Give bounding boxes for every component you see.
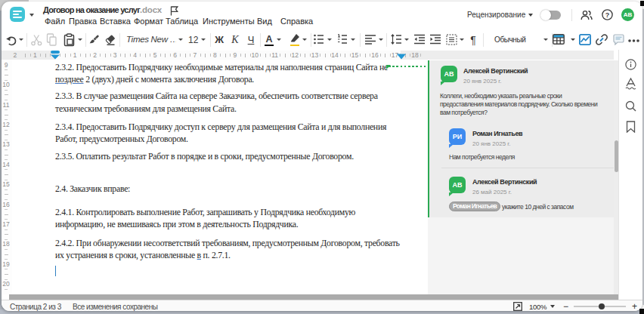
svg-text:?: ? [605,11,610,19]
